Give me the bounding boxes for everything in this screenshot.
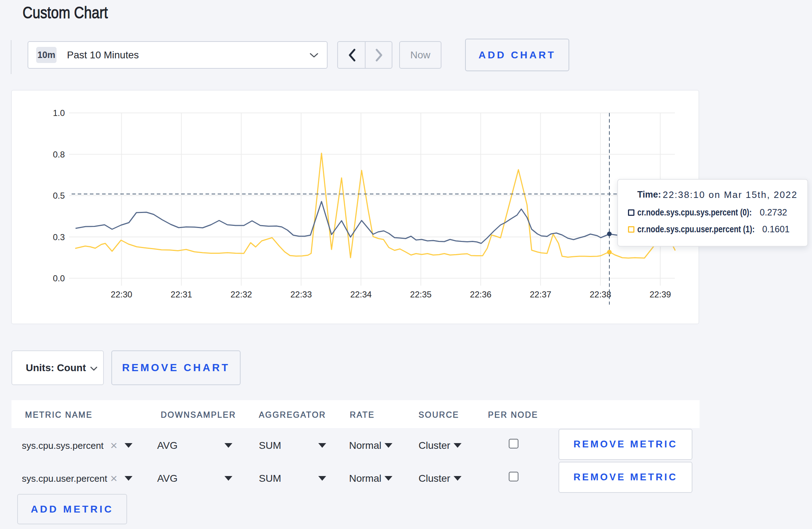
svg-text:22:39: 22:39: [649, 290, 671, 299]
svg-text:1.0: 1.0: [53, 108, 65, 118]
svg-text:22:37: 22:37: [530, 290, 551, 299]
svg-text:22:32: 22:32: [231, 290, 252, 299]
svg-text:0.8: 0.8: [53, 150, 65, 159]
svg-text:22:35: 22:35: [410, 290, 431, 299]
svg-text:22:30: 22:30: [111, 290, 132, 299]
svg-text:0.3: 0.3: [53, 232, 65, 242]
svg-text:0.0: 0.0: [53, 273, 65, 283]
svg-text:22:33: 22:33: [290, 290, 312, 299]
svg-text:22:31: 22:31: [171, 290, 192, 299]
svg-text:22:38: 22:38: [590, 290, 611, 299]
svg-text:22:36: 22:36: [470, 290, 492, 299]
svg-text:0.5: 0.5: [53, 191, 65, 200]
svg-text:22:34: 22:34: [350, 290, 372, 299]
